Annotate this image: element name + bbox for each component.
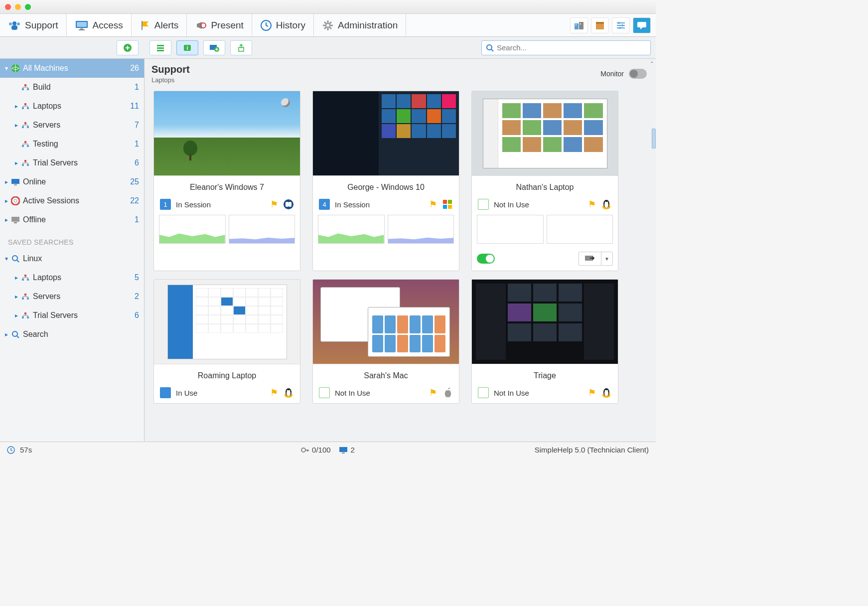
tab-administration[interactable]: Administration bbox=[314, 14, 406, 36]
chevron-right-icon: ▸ bbox=[3, 197, 10, 204]
sidebar-saved-trial-servers[interactable]: ▸ Trial Servers 6 bbox=[0, 306, 144, 325]
svg-rect-100 bbox=[342, 453, 345, 454]
machine-status: In Session bbox=[176, 200, 211, 209]
network-icon bbox=[20, 84, 31, 91]
sidebar-label: Offline bbox=[23, 215, 135, 224]
flag-icon[interactable]: ⚑ bbox=[429, 387, 437, 398]
monitor-plus-icon bbox=[209, 44, 219, 52]
chat-icon bbox=[636, 21, 647, 30]
flag-icon[interactable]: ⚑ bbox=[588, 387, 596, 398]
sidebar-count: 1 bbox=[135, 83, 139, 92]
svg-point-95 bbox=[605, 390, 606, 392]
svg-rect-43 bbox=[22, 88, 24, 90]
monitor-online-icon bbox=[10, 178, 21, 185]
scroll-up-icon[interactable]: ⌃ bbox=[650, 61, 654, 66]
package-button[interactable] bbox=[591, 17, 609, 33]
sidebar-item-trial-servers[interactable]: ▸ Trial Servers 6 bbox=[0, 153, 144, 172]
machine-thumbnail bbox=[313, 91, 459, 176]
machine-card[interactable]: Triage Not In Use ⚑ bbox=[471, 279, 618, 404]
sidebar-label: Active Sessions bbox=[23, 196, 130, 205]
sidebar-item-build[interactable]: Build 1 bbox=[0, 78, 144, 97]
buildings-icon bbox=[574, 20, 584, 30]
flag-icon[interactable]: ⚑ bbox=[429, 199, 437, 210]
svg-rect-17 bbox=[575, 23, 579, 29]
sidebar-saved-servers[interactable]: ▸ Servers 2 bbox=[0, 287, 144, 306]
sidebar-count: 25 bbox=[130, 177, 139, 186]
connect-dropdown[interactable]: ▼ bbox=[601, 256, 612, 262]
sidebar-item-servers[interactable]: ▸ Servers 7 bbox=[0, 116, 144, 135]
tab-access[interactable]: Access bbox=[67, 14, 132, 36]
sidebar-item-active-sessions[interactable]: ▸ Active Sessions 22 bbox=[0, 191, 144, 210]
window-maximize-button[interactable] bbox=[25, 4, 31, 10]
sliders-button[interactable] bbox=[612, 17, 630, 33]
machine-card[interactable]: Sarah's Mac Not In Use ⚑ bbox=[312, 279, 459, 404]
machine-card[interactable]: Eleanor's Windows 7 1 In Session ⚑ bbox=[153, 91, 300, 271]
key-icon bbox=[301, 446, 309, 454]
tab-history[interactable]: History bbox=[252, 14, 314, 36]
tab-alerts[interactable]: Alerts bbox=[132, 14, 187, 36]
svg-text:i: i bbox=[187, 45, 188, 51]
svg-point-3 bbox=[17, 22, 20, 25]
machine-card[interactable]: Nathan's Laptop Not In Use ⚑ ▼ bbox=[471, 91, 618, 271]
export-button[interactable] bbox=[230, 40, 252, 55]
sidebar-count: 1 bbox=[135, 140, 139, 149]
content-panel: ⌃ Support Laptops Monitor Eleanor's Wind… bbox=[145, 59, 656, 442]
chevron-right-icon: ▸ bbox=[13, 274, 20, 281]
sidebar-item-all-machines[interactable]: ▾ All Machines 26 bbox=[0, 59, 144, 78]
connect-button[interactable]: ▼ bbox=[579, 252, 613, 266]
search-box[interactable] bbox=[481, 40, 651, 55]
add-monitor-button[interactable] bbox=[203, 40, 225, 55]
add-button[interactable] bbox=[117, 40, 139, 55]
sidebar-label: Build bbox=[33, 83, 135, 92]
sidebar-saved-laptops[interactable]: ▸ Laptops 5 bbox=[0, 268, 144, 287]
right-drawer-handle[interactable] bbox=[652, 129, 656, 149]
sidebar-label: Servers bbox=[33, 292, 135, 301]
network-icon bbox=[20, 141, 31, 148]
sidebar-saved-linux[interactable]: ▾ Linux bbox=[0, 249, 144, 268]
tab-administration-label: Administration bbox=[338, 20, 398, 31]
search-icon bbox=[10, 255, 21, 263]
network-icon bbox=[20, 293, 31, 300]
machine-card[interactable]: George - Windows 10 4 In Session ⚑ bbox=[312, 91, 459, 271]
machine-card[interactable]: Roaming Laptop In Use ⚑ bbox=[153, 279, 300, 404]
machine-name: Eleanor's Windows 7 bbox=[154, 176, 300, 199]
lifebuoy-icon bbox=[10, 196, 21, 205]
window-minimize-button[interactable] bbox=[15, 4, 21, 10]
memory-chart bbox=[547, 215, 613, 244]
machine-status: Not In Use bbox=[335, 389, 370, 397]
search-input[interactable] bbox=[497, 43, 646, 52]
session-count-badge: 1 bbox=[160, 199, 171, 210]
svg-point-28 bbox=[619, 27, 621, 29]
flag-icon[interactable]: ⚑ bbox=[270, 387, 278, 398]
sidebar-label: Servers bbox=[33, 121, 135, 130]
tab-support-label: Support bbox=[25, 20, 58, 31]
clock-icon bbox=[7, 446, 15, 454]
svg-line-64 bbox=[17, 260, 19, 262]
monitor-toggle[interactable] bbox=[629, 69, 647, 79]
tab-present[interactable]: Present bbox=[187, 14, 252, 36]
sidebar-saved-search[interactable]: ▸ Search bbox=[0, 325, 144, 344]
chevron-right-icon: ▸ bbox=[13, 122, 20, 129]
svg-rect-58 bbox=[14, 184, 17, 185]
sidebar-item-offline[interactable]: ▸ Offline 1 bbox=[0, 210, 144, 229]
buildings-button[interactable] bbox=[570, 17, 588, 33]
connect-icon bbox=[584, 255, 596, 263]
tab-support[interactable]: Support bbox=[0, 14, 67, 36]
megaphone-icon bbox=[195, 20, 207, 31]
sidebar-item-laptops[interactable]: ▸ Laptops 11 bbox=[0, 97, 144, 116]
sidebar-item-testing[interactable]: Testing 1 bbox=[0, 135, 144, 153]
session-count-badge bbox=[160, 387, 171, 398]
sidebar-item-online[interactable]: ▸ Online 25 bbox=[0, 172, 144, 191]
info-view-button[interactable]: i bbox=[176, 40, 198, 55]
sidebar-label: Online bbox=[23, 177, 130, 186]
chevron-right-icon: ▸ bbox=[13, 312, 20, 319]
chat-button[interactable] bbox=[633, 17, 651, 33]
flag-icon[interactable]: ⚑ bbox=[588, 199, 596, 210]
enable-toggle[interactable] bbox=[477, 254, 495, 264]
chevron-down-icon: ▾ bbox=[3, 255, 10, 262]
flag-icon[interactable]: ⚑ bbox=[270, 199, 278, 210]
sidebar-label: Linux bbox=[23, 254, 139, 263]
chevron-right-icon: ▸ bbox=[13, 293, 20, 300]
window-close-button[interactable] bbox=[5, 4, 11, 10]
list-view-button[interactable] bbox=[149, 40, 171, 55]
